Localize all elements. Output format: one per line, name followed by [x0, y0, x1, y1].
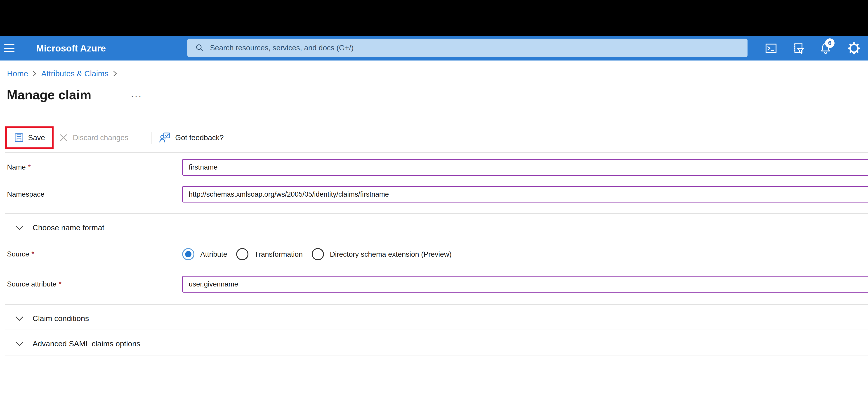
toolbar-divider	[5, 153, 868, 153]
radio-option-attribute[interactable]: Attribute	[182, 248, 227, 260]
discard-changes-label: Discard changes	[73, 133, 128, 142]
chevron-down-icon	[15, 341, 24, 346]
command-bar: Save Discard changes Got feedback?	[0, 125, 868, 153]
page-title: Manage claim	[7, 86, 91, 104]
subscription-filter-button[interactable]	[791, 41, 805, 56]
hamburger-menu-icon[interactable]	[4, 44, 14, 52]
source-radio-group: Attribute Transformation Directory schem…	[182, 248, 452, 261]
section-divider	[5, 213, 868, 214]
required-asterisk: *	[59, 280, 61, 288]
chevron-right-icon	[33, 70, 37, 77]
choose-name-format-label: Choose name format	[33, 223, 104, 232]
breadcrumb-home-link[interactable]: Home	[7, 69, 28, 78]
namespace-input[interactable]	[182, 186, 868, 203]
chevron-down-icon	[15, 316, 24, 321]
choose-name-format-expander[interactable]: Choose name format	[15, 222, 104, 233]
advanced-saml-expander[interactable]: Advanced SAML claims options	[15, 338, 141, 349]
global-search[interactable]	[187, 39, 747, 57]
namespace-field-label: Namespace	[7, 186, 44, 203]
claim-conditions-label: Claim conditions	[33, 314, 89, 323]
got-feedback-button[interactable]: Got feedback?	[159, 127, 224, 149]
breadcrumb-attributes-claims-link[interactable]: Attributes & Claims	[41, 69, 108, 78]
cloud-shell-terminal-icon	[765, 42, 777, 55]
section-divider	[5, 304, 868, 305]
more-options-button[interactable]: ···	[131, 90, 142, 102]
radio-selected-icon[interactable]	[182, 248, 194, 260]
cloud-shell-button[interactable]	[764, 41, 778, 56]
radio-option-directory-schema-extension[interactable]: Directory schema extension (Preview)	[312, 248, 452, 260]
chevron-down-icon	[15, 225, 24, 230]
radio-option-transformation[interactable]: Transformation	[236, 248, 303, 260]
required-asterisk: *	[31, 250, 34, 258]
chevron-right-icon	[113, 70, 117, 77]
name-field-label: Name*	[7, 159, 31, 176]
save-button[interactable]: Save	[5, 127, 54, 149]
notification-count-badge: 6	[825, 38, 835, 48]
search-icon	[195, 43, 204, 53]
required-asterisk: *	[28, 163, 31, 171]
save-floppy-icon	[14, 133, 24, 143]
azure-portal-screen: Microsoft Azure	[0, 0, 868, 405]
radio-unselected-icon[interactable]	[312, 248, 324, 260]
breadcrumb: Home Attributes & Claims	[7, 68, 117, 79]
section-divider	[5, 330, 868, 330]
section-divider	[5, 356, 868, 356]
source-attribute-field-label: Source attribute*	[7, 276, 61, 293]
search-input[interactable]	[187, 39, 747, 57]
advanced-saml-label: Advanced SAML claims options	[33, 339, 141, 348]
radio-unselected-icon[interactable]	[236, 248, 248, 260]
got-feedback-label: Got feedback?	[175, 133, 224, 142]
brand-title: Microsoft Azure	[36, 36, 106, 61]
claim-conditions-expander[interactable]: Claim conditions	[15, 313, 89, 324]
notifications-button[interactable]: 6	[818, 41, 833, 56]
discard-changes-button[interactable]: Discard changes	[59, 127, 128, 149]
top-letterbox-bar	[0, 0, 868, 36]
source-field-label: Source*	[7, 248, 34, 260]
toolbar-separator	[151, 132, 151, 144]
settings-gear-icon	[847, 42, 861, 55]
settings-button[interactable]	[847, 41, 861, 56]
directory-filter-icon	[792, 42, 805, 55]
name-input[interactable]	[182, 159, 868, 176]
feedback-person-icon	[159, 132, 170, 143]
source-attribute-input[interactable]	[182, 276, 868, 293]
save-button-label: Save	[28, 133, 45, 142]
azure-top-bar: Microsoft Azure	[0, 36, 868, 61]
discard-x-icon	[59, 133, 68, 142]
